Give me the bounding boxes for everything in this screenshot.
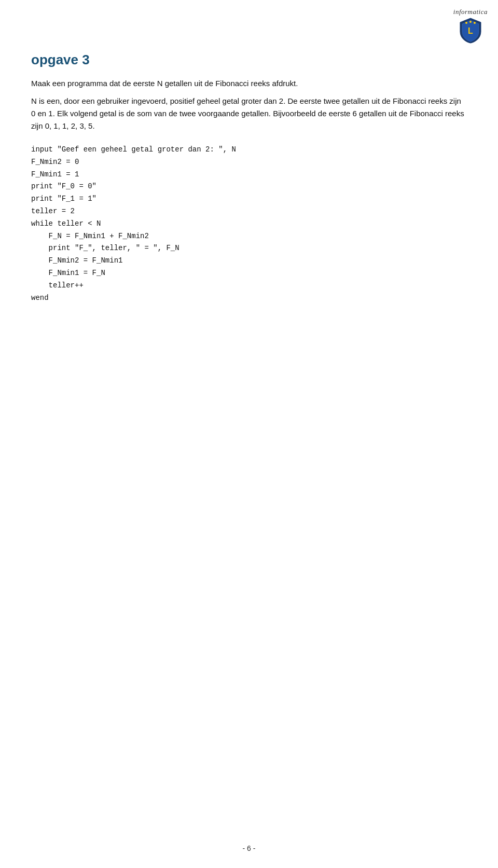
logo-text: informatica <box>453 8 488 16</box>
page-title: opgave 3 <box>31 52 467 68</box>
paragraph-2: N is een, door een gebruiker ingevoerd, … <box>31 95 467 132</box>
svg-point-1 <box>465 22 467 24</box>
page-number: - 6 - <box>243 844 256 852</box>
page-footer: - 6 - <box>0 844 498 852</box>
header-logo: informatica L <box>453 8 488 44</box>
svg-text:L: L <box>468 26 473 35</box>
svg-point-2 <box>469 21 472 23</box>
page-container: informatica L opgave 3 Maak een programm… <box>0 0 498 868</box>
svg-point-3 <box>474 22 476 24</box>
code-block: input "Geef een geheel getal groter dan … <box>31 144 467 304</box>
paragraph-1: Maak een programma dat de eerste N getal… <box>31 77 467 90</box>
lcl-shield-icon: L <box>458 17 483 44</box>
